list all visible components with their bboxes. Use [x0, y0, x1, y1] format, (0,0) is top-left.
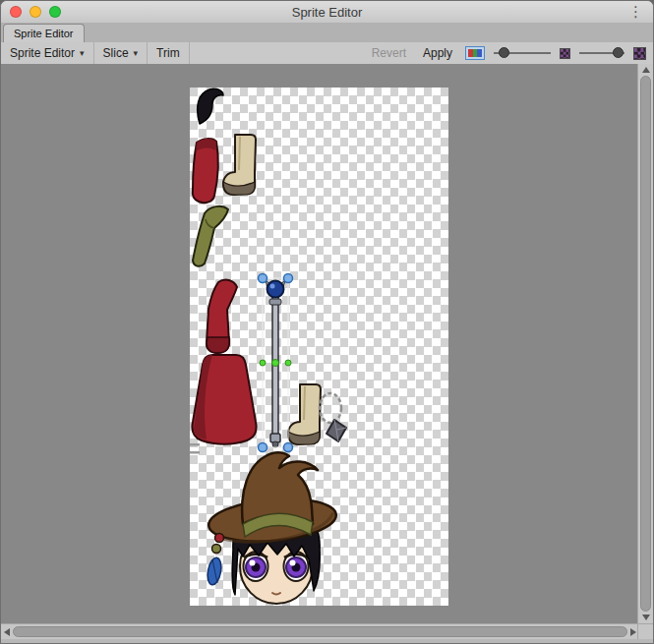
selection-handle-bottom-left[interactable]: [259, 443, 268, 452]
zoom-slider[interactable]: [494, 42, 551, 64]
selection-handle-top-left[interactable]: [259, 274, 268, 283]
zoom-slider-handle[interactable]: [499, 47, 509, 58]
close-button[interactable]: [10, 6, 22, 18]
sprite-red-arm[interactable]: [193, 139, 218, 203]
mip-slider-handle[interactable]: [613, 47, 624, 58]
selection-handle-bottom-right[interactable]: [284, 443, 293, 452]
scroll-down-arrow-icon[interactable]: [642, 615, 650, 620]
mip-slider[interactable]: [579, 42, 624, 64]
sprite-red-robe[interactable]: [192, 355, 256, 444]
chevron-down-icon: ▾: [80, 48, 85, 58]
mode-dropdown-label: Sprite Editor: [10, 46, 75, 60]
window-title: Sprite Editor: [292, 5, 363, 20]
tab-bar: Sprite Editor: [1, 23, 653, 43]
vertical-scrollbar[interactable]: [637, 64, 653, 623]
apply-button[interactable]: Apply: [419, 46, 456, 60]
sprite-tan-boot[interactable]: [223, 135, 256, 195]
sprite-canvas[interactable]: [1, 64, 639, 623]
ruler-ticks: [190, 443, 200, 454]
sprite-sheet-artwork: [190, 88, 448, 606]
horizontal-scrollbar-thumb[interactable]: [13, 626, 627, 637]
selection-handle-mid-right[interactable]: [285, 360, 291, 366]
sprite-pendant[interactable]: [320, 393, 346, 441]
trim-button[interactable]: Trim: [148, 42, 190, 64]
titlebar: Sprite Editor ⋮: [1, 1, 653, 24]
checker-texture-large-icon: [633, 47, 646, 60]
revert-button[interactable]: Revert: [368, 46, 410, 60]
selection-handle-mid-left[interactable]: [260, 360, 266, 366]
minimize-button[interactable]: [30, 6, 41, 18]
scroll-left-arrow-icon[interactable]: [4, 628, 10, 636]
slice-dropdown[interactable]: Slice ▾: [94, 42, 149, 64]
sprite-green-scarf[interactable]: [193, 206, 228, 266]
zoom-window-button[interactable]: [49, 6, 61, 18]
tab-sprite-editor[interactable]: Sprite Editor: [3, 24, 85, 42]
chevron-down-icon: ▾: [134, 48, 139, 58]
traffic-lights: [10, 6, 61, 18]
scroll-right-arrow-icon[interactable]: [630, 628, 636, 636]
trim-button-label: Trim: [156, 46, 180, 60]
sprite-hair-tuft[interactable]: [198, 88, 223, 124]
checker-texture-small-icon: [560, 48, 570, 59]
sprite-editor-mode-dropdown[interactable]: Sprite Editor ▾: [1, 42, 94, 64]
toolbar: Sprite Editor ▾ Slice ▾ Trim Revert Appl…: [1, 42, 653, 65]
scroll-up-arrow-icon[interactable]: [642, 67, 650, 73]
sprite-sheet: [190, 88, 448, 606]
rgb-channels-icon[interactable]: [465, 46, 485, 60]
sprite-tan-boot-2[interactable]: [288, 384, 321, 444]
sprite-editor-window: Sprite Editor ⋮ Sprite Editor Sprite Edi…: [0, 0, 654, 644]
sprite-red-sleeve[interactable]: [207, 280, 237, 353]
selection-handle-top-right[interactable]: [284, 274, 293, 283]
scrollbar-corner: [637, 623, 653, 639]
horizontal-scrollbar[interactable]: [1, 623, 639, 639]
window-bottom-edge: [1, 639, 654, 644]
kebab-menu-icon[interactable]: ⋮: [628, 2, 643, 22]
toolbar-right-group: Revert Apply: [368, 42, 653, 64]
slice-dropdown-label: Slice: [103, 46, 129, 60]
selection-pivot[interactable]: [272, 360, 279, 367]
sprite-character-head[interactable]: [206, 452, 337, 604]
vertical-scrollbar-thumb[interactable]: [640, 76, 651, 612]
